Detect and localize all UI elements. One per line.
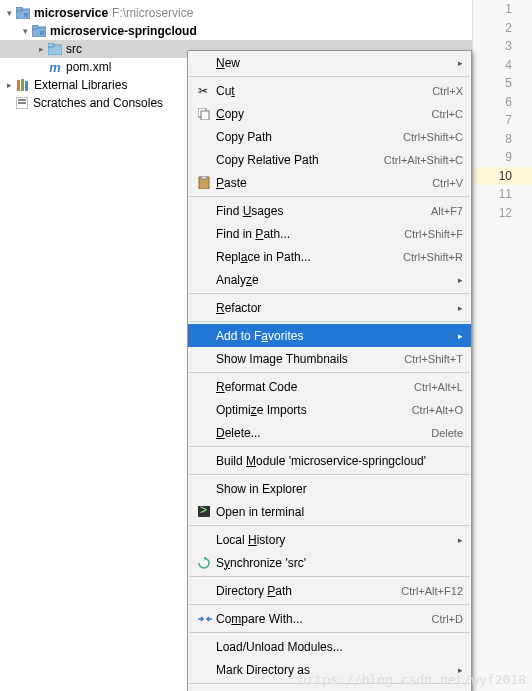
menu-reformat-code[interactable]: Reformat CodeCtrl+Alt+L	[188, 375, 471, 398]
menu-separator	[189, 293, 470, 294]
menu-separator	[189, 604, 470, 605]
compare-icon	[198, 614, 216, 624]
editor-gutter: 1 2 3 4 5 6 7 8 9 10 11 12	[472, 0, 532, 691]
menu-separator	[189, 446, 470, 447]
line-number: 8	[473, 130, 532, 149]
menu-open-in-terminal[interactable]: >Open in terminal	[188, 500, 471, 523]
menu-optimize-imports[interactable]: Optimize ImportsCtrl+Alt+O	[188, 398, 471, 421]
svg-text:>: >	[200, 506, 207, 517]
menu-find-in-path[interactable]: Find in Path...Ctrl+Shift+F	[188, 222, 471, 245]
menu-replace-in-path[interactable]: Replace in Path...Ctrl+Shift+R	[188, 245, 471, 268]
expand-icon[interactable]: ▸	[36, 44, 46, 54]
sync-icon	[198, 557, 216, 569]
menu-directory-path[interactable]: Directory PathCtrl+Alt+F12	[188, 579, 471, 602]
menu-show-thumbnails[interactable]: Show Image ThumbnailsCtrl+Shift+T	[188, 347, 471, 370]
tree-label: pom.xml	[66, 60, 111, 74]
svg-rect-8	[17, 80, 20, 91]
menu-delete[interactable]: Delete...Delete	[188, 421, 471, 444]
menu-copy-relative-path[interactable]: Copy Relative PathCtrl+Alt+Shift+C	[188, 148, 471, 171]
source-folder-icon	[47, 41, 63, 57]
line-number: 5	[473, 74, 532, 93]
menu-separator	[189, 196, 470, 197]
expand-icon[interactable]: ▸	[4, 80, 14, 90]
module-icon	[15, 5, 31, 21]
line-number: 2	[473, 19, 532, 38]
module-icon	[31, 23, 47, 39]
collapse-icon[interactable]: ▾	[20, 26, 30, 36]
svg-rect-1	[16, 7, 22, 11]
menu-cut[interactable]: ✂CutCtrl+X	[188, 79, 471, 102]
svg-rect-12	[18, 99, 26, 101]
tree-node-module[interactable]: ▾ microservice-springcloud	[0, 22, 472, 40]
tree-label: microservice-springcloud	[50, 24, 197, 38]
menu-paste[interactable]: PasteCtrl+V	[188, 171, 471, 194]
menu-find-usages[interactable]: Find UsagesAlt+F7	[188, 199, 471, 222]
tree-node-root[interactable]: ▾ microservice F:\microservice	[0, 4, 472, 22]
tree-label: External Libraries	[34, 78, 127, 92]
line-number-current: 10	[473, 167, 532, 186]
watermark: https://blog.csdn.net/wyf2018	[299, 672, 526, 687]
menu-separator	[189, 525, 470, 526]
tree-path: F:\microservice	[112, 6, 193, 20]
menu-separator	[189, 474, 470, 475]
svg-rect-9	[21, 79, 24, 91]
menu-copy-path[interactable]: Copy PathCtrl+Shift+C	[188, 125, 471, 148]
collapse-icon[interactable]: ▾	[4, 8, 14, 18]
terminal-icon: >	[198, 506, 216, 517]
menu-new[interactable]: New▸	[188, 51, 471, 74]
line-number: 7	[473, 111, 532, 130]
copy-icon	[198, 108, 216, 120]
svg-rect-5	[40, 31, 44, 35]
menu-separator	[189, 321, 470, 322]
menu-synchronize[interactable]: Synchronize 'src'	[188, 551, 471, 574]
menu-load-unload-modules[interactable]: Load/Unload Modules...	[188, 635, 471, 658]
menu-show-in-explorer[interactable]: Show in Explorer	[188, 477, 471, 500]
line-number: 3	[473, 37, 532, 56]
svg-rect-7	[48, 43, 54, 47]
svg-rect-17	[201, 176, 207, 179]
svg-rect-2	[24, 13, 28, 17]
cut-icon: ✂	[198, 84, 216, 98]
menu-separator	[189, 76, 470, 77]
scratches-icon	[14, 95, 30, 111]
line-number: 6	[473, 93, 532, 112]
svg-rect-10	[25, 81, 28, 91]
tree-label: Scratches and Consoles	[33, 96, 163, 110]
tree-label: src	[66, 42, 82, 56]
line-number: 4	[473, 56, 532, 75]
context-menu: New▸ ✂CutCtrl+X CopyCtrl+C Copy PathCtrl…	[187, 50, 472, 691]
paste-icon	[198, 176, 216, 189]
line-number: 9	[473, 148, 532, 167]
menu-local-history[interactable]: Local History▸	[188, 528, 471, 551]
maven-icon: m	[47, 59, 63, 75]
line-number: 1	[473, 0, 532, 19]
menu-refactor[interactable]: Refactor▸	[188, 296, 471, 319]
menu-build-module[interactable]: Build Module 'microservice-springcloud'	[188, 449, 471, 472]
menu-copy[interactable]: CopyCtrl+C	[188, 102, 471, 125]
menu-separator	[189, 372, 470, 373]
line-number: 11	[473, 185, 532, 204]
library-icon	[15, 77, 31, 93]
tree-label: microservice	[34, 6, 108, 20]
menu-separator	[189, 576, 470, 577]
line-number: 12	[473, 204, 532, 223]
menu-separator	[189, 632, 470, 633]
svg-rect-13	[18, 102, 26, 104]
svg-rect-4	[32, 25, 38, 29]
menu-analyze[interactable]: Analyze▸	[188, 268, 471, 291]
svg-rect-15	[201, 111, 209, 120]
menu-compare-with[interactable]: Compare With...Ctrl+D	[188, 607, 471, 630]
menu-add-to-favorites[interactable]: Add to Favorites▸	[188, 324, 471, 347]
